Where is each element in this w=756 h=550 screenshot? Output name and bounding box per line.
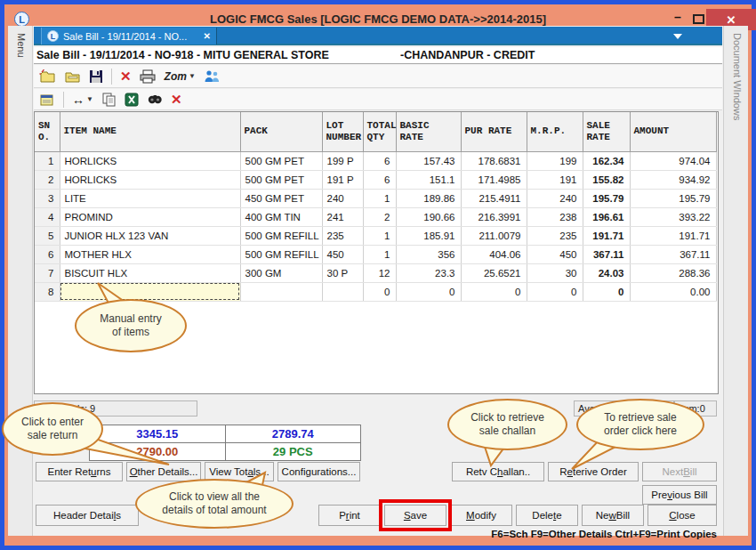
cell-sale[interactable]: 196.61: [583, 207, 630, 226]
cell-mrp[interactable]: 450: [527, 245, 583, 263]
cell-amount[interactable]: 367.11: [630, 245, 716, 263]
cell-mrp[interactable]: 240: [527, 189, 583, 207]
header-details-button[interactable]: Header Details: [36, 505, 139, 526]
cell-pur[interactable]: 211.0079: [461, 226, 527, 245]
cell-basic[interactable]: 0: [396, 282, 461, 301]
close-bill-button[interactable]: Close: [647, 505, 717, 526]
column-header[interactable]: M.R.P.: [527, 112, 583, 151]
cell-mrp[interactable]: 191: [527, 170, 583, 189]
cell-basic[interactable]: 151.1: [396, 170, 461, 189]
cell-lot[interactable]: 450: [322, 245, 363, 263]
cell-pur[interactable]: 216.3991: [461, 207, 527, 226]
cell-mrp[interactable]: 238: [527, 207, 583, 226]
cell-qty[interactable]: 0: [363, 282, 396, 301]
export-excel-icon[interactable]: [125, 91, 139, 109]
print-button[interactable]: Print: [318, 505, 381, 526]
tab-list-dropdown-icon[interactable]: [673, 34, 682, 39]
cell-sale[interactable]: 155.82: [583, 170, 630, 189]
cell-mrp[interactable]: 0: [527, 282, 583, 301]
cell-item[interactable]: HORLICKS: [60, 151, 240, 170]
cell-sn[interactable]: 4: [35, 207, 60, 226]
cell-sale[interactable]: 367.11: [583, 245, 630, 263]
cell-mrp[interactable]: 30: [527, 263, 583, 282]
cell-lot[interactable]: 241: [322, 207, 363, 226]
print-icon[interactable]: [140, 68, 157, 85]
column-header[interactable]: SALE RATE: [583, 112, 630, 151]
new-icon[interactable]: [39, 68, 56, 85]
cell-lot[interactable]: [322, 282, 363, 301]
delete-icon[interactable]: ✕: [120, 68, 132, 85]
cell-sn[interactable]: 1: [35, 151, 60, 170]
cell-sn[interactable]: 2: [35, 170, 60, 189]
document-windows-sidebar[interactable]: Document WIndows: [723, 26, 748, 536]
cell-sn[interactable]: 5: [35, 226, 60, 245]
cell-lot[interactable]: 191 P: [322, 170, 363, 189]
users-icon[interactable]: [204, 68, 220, 85]
zoom-icon[interactable]: Zom▼: [165, 68, 196, 85]
cell-mrp[interactable]: 199: [527, 151, 583, 170]
configurations-button[interactable]: Configurations...: [277, 462, 360, 481]
cell-basic[interactable]: 185.91: [396, 226, 461, 245]
cell-sn[interactable]: 3: [35, 189, 60, 207]
cell-basic[interactable]: 356: [396, 245, 461, 263]
cell-qty[interactable]: 12: [363, 263, 396, 282]
cell-basic[interactable]: 189.86: [396, 189, 461, 207]
modify-button[interactable]: Modify: [450, 505, 512, 526]
maximize-button[interactable]: [693, 14, 704, 24]
minimize-button[interactable]: –: [671, 11, 685, 25]
open-icon[interactable]: [64, 68, 81, 85]
column-header[interactable]: TOTAL QTY: [363, 112, 396, 151]
previous-bill-button[interactable]: Previous Bill: [642, 485, 717, 505]
column-header[interactable]: AMOUNT: [630, 112, 716, 151]
cell-pur[interactable]: 178.6831: [461, 151, 527, 170]
cell-qty[interactable]: 6: [363, 151, 396, 170]
cell-amount[interactable]: 195.79: [630, 189, 716, 207]
cell-item[interactable]: JUNIOR HLX 123 VAN: [60, 226, 240, 245]
cell-qty[interactable]: 1: [363, 189, 396, 207]
cell-pur[interactable]: 171.4985: [461, 170, 527, 189]
cell-basic[interactable]: 190.66: [396, 207, 461, 226]
column-header[interactable]: BASIC RATE: [396, 112, 461, 151]
cell-pur[interactable]: 25.6521: [461, 263, 527, 282]
cell-item[interactable]: PROMIND: [60, 207, 240, 226]
cell-lot[interactable]: 199 P: [322, 151, 363, 170]
cell-qty[interactable]: 1: [363, 226, 396, 245]
cell-sale[interactable]: 24.03: [583, 263, 630, 282]
cell-basic[interactable]: 157.43: [396, 151, 461, 170]
cell-amount[interactable]: 393.22: [630, 207, 716, 226]
cell-pur[interactable]: 404.06: [461, 245, 527, 263]
cell-sale[interactable]: 162.34: [583, 151, 630, 170]
cell-lot[interactable]: 240: [322, 189, 363, 207]
menu-sidebar[interactable]: Menu: [8, 26, 33, 536]
cell-sn[interactable]: 8: [35, 282, 60, 301]
column-header[interactable]: PUR RATE: [461, 112, 527, 151]
cell-amount[interactable]: 0.00: [630, 282, 716, 301]
cell-item[interactable]: MOTHER HLX: [60, 245, 240, 263]
remove-icon[interactable]: ✕: [171, 91, 182, 109]
cell-lot[interactable]: 235: [322, 226, 363, 245]
cell-pack[interactable]: 500 GM REFILL: [240, 226, 322, 245]
tab-sale-bill[interactable]: L Sale Bill - 19/11/2014 - NO... ✕: [41, 28, 217, 44]
cell-pack[interactable]: 500 GM PET: [240, 151, 322, 170]
cell-qty[interactable]: 1: [363, 245, 396, 263]
find-icon[interactable]: [147, 91, 163, 109]
cell-item[interactable]: BISCUIT HLX: [60, 263, 240, 282]
cell-pack[interactable]: 400 GM TIN: [240, 207, 322, 226]
cell-pack[interactable]: 450 GM PET: [240, 189, 322, 207]
tab-close-icon[interactable]: ✕: [204, 31, 211, 41]
cell-pack[interactable]: 500 GM REFILL: [240, 245, 322, 263]
save-icon[interactable]: [89, 68, 103, 85]
cell-sale[interactable]: 0: [583, 282, 630, 301]
form-icon[interactable]: [39, 91, 55, 109]
cell-pack[interactable]: [240, 282, 322, 301]
cell-qty[interactable]: 6: [363, 170, 396, 189]
column-header[interactable]: ITEM NAME: [60, 112, 240, 151]
cell-sn[interactable]: 7: [35, 263, 60, 282]
cell-sn[interactable]: 6: [35, 245, 60, 263]
copy-icon[interactable]: [101, 91, 117, 109]
cell-sale[interactable]: 191.71: [583, 226, 630, 245]
cell-pur[interactable]: 215.4911: [461, 189, 527, 207]
cell-mrp[interactable]: 235: [527, 226, 583, 245]
cell-pur[interactable]: 0: [461, 282, 527, 301]
delete-button[interactable]: Delete: [516, 505, 578, 526]
